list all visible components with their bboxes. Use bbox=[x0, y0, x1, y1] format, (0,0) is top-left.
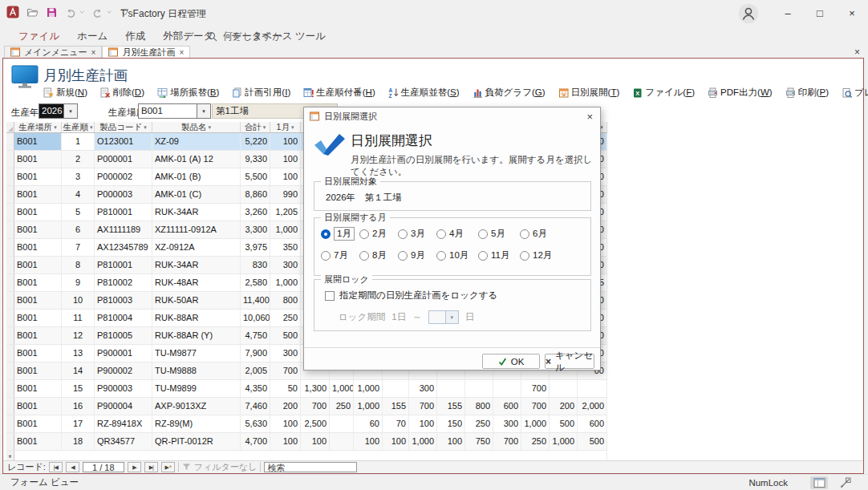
cell[interactable]: P810004 bbox=[95, 310, 152, 326]
cell[interactable]: 7 bbox=[62, 239, 95, 256]
cell[interactable]: 150 bbox=[437, 415, 465, 432]
ribbon-tab-1[interactable]: ファイル bbox=[10, 30, 68, 43]
cell[interactable]: RZ-89(M) bbox=[152, 415, 241, 432]
cell[interactable]: P810001 bbox=[95, 257, 152, 273]
cell[interactable]: B001 bbox=[14, 204, 62, 221]
cell[interactable] bbox=[437, 380, 465, 397]
cell[interactable]: 3,300 bbox=[241, 221, 270, 238]
cell[interactable] bbox=[330, 433, 354, 450]
row-selector[interactable] bbox=[6, 274, 14, 291]
table-row-15[interactable]: B00115P900003TU-M98994,350501,3001,0001,… bbox=[6, 380, 607, 398]
radio-icon[interactable] bbox=[398, 229, 408, 239]
row-selector[interactable] bbox=[6, 221, 14, 238]
radio-icon[interactable] bbox=[520, 251, 529, 261]
row-selector[interactable] bbox=[6, 327, 14, 344]
cell[interactable] bbox=[550, 380, 578, 397]
cell[interactable]: 990 bbox=[270, 186, 301, 203]
select-all-corner[interactable] bbox=[6, 122, 14, 132]
cell[interactable]: B001 bbox=[14, 133, 62, 150]
row-selector[interactable] bbox=[6, 415, 14, 432]
row-selector[interactable] bbox=[6, 310, 14, 326]
cell[interactable] bbox=[465, 380, 493, 397]
cell[interactable]: 1,000 bbox=[354, 398, 383, 415]
cell[interactable]: 3 bbox=[62, 168, 95, 185]
cell[interactable]: AMK-01 (A) 12 bbox=[152, 151, 241, 168]
lock-checkbox[interactable] bbox=[325, 291, 335, 301]
cell[interactable]: 2,580 bbox=[241, 274, 270, 291]
cell[interactable]: 100 bbox=[270, 168, 301, 185]
pdf-output-button[interactable]: PDF出力(W) bbox=[708, 87, 773, 99]
cell[interactable]: AMK-01 (B) bbox=[152, 168, 241, 185]
cell[interactable]: 1,000 bbox=[270, 221, 301, 238]
table-row-17[interactable]: B00117RZ-89418XRZ-89(M)5,6301002,5006070… bbox=[6, 415, 607, 433]
cell[interactable]: 5 bbox=[62, 204, 95, 221]
cell[interactable]: O123001 bbox=[95, 133, 152, 150]
cell[interactable]: P900001 bbox=[95, 345, 152, 362]
cell[interactable]: B001 bbox=[14, 345, 62, 362]
cell[interactable]: 250 bbox=[330, 398, 354, 415]
cell[interactable]: 350 bbox=[270, 239, 301, 256]
new-button[interactable]: 新規(N) bbox=[43, 87, 87, 99]
cell[interactable]: 100 bbox=[383, 433, 409, 450]
prev-record-button[interactable]: ◀ bbox=[66, 462, 79, 472]
cell[interactable]: RUK-34AR bbox=[152, 257, 241, 273]
row-selector[interactable] bbox=[6, 168, 14, 185]
cell[interactable]: XZ-09 bbox=[152, 133, 241, 150]
cell[interactable]: RUK-48AR bbox=[152, 274, 241, 291]
cell[interactable]: B001 bbox=[14, 380, 62, 397]
cell[interactable]: AX12345789 bbox=[95, 239, 152, 256]
cell[interactable]: 7,900 bbox=[241, 345, 270, 362]
cell[interactable]: 10 bbox=[62, 292, 95, 309]
cell[interactable]: 1,000 bbox=[354, 380, 383, 397]
cell[interactable]: TU-M9899 bbox=[152, 380, 241, 397]
cell[interactable]: 200 bbox=[550, 398, 578, 415]
table-row-18[interactable]: B00118QR34577QR-PIT-0012R4,7001001001001… bbox=[6, 433, 607, 451]
ribbon-tab-2[interactable]: ホーム bbox=[68, 30, 116, 43]
cell[interactable]: AX1111189 bbox=[95, 221, 152, 238]
column-filter-icon[interactable]: ▾ bbox=[208, 124, 211, 131]
cell[interactable]: 1,000 bbox=[330, 380, 354, 397]
row-selector[interactable] bbox=[6, 133, 14, 150]
month-radio-10[interactable]: 10月 bbox=[436, 249, 478, 261]
delete-button[interactable]: 削除(D) bbox=[100, 87, 144, 99]
plan-quote-button[interactable]: 計画引用(I) bbox=[232, 87, 290, 99]
form-view-icon[interactable] bbox=[810, 476, 828, 489]
cell[interactable]: 800 bbox=[270, 292, 301, 309]
table-row-16[interactable]: B00116P900004AXP-9013XZ7,4602007002501,0… bbox=[6, 398, 607, 415]
cell[interactable]: TU-M9888 bbox=[152, 362, 241, 379]
cell[interactable]: P900003 bbox=[95, 380, 152, 397]
cell[interactable]: 100 bbox=[270, 433, 301, 450]
row-selector[interactable] bbox=[6, 433, 14, 450]
column-header-5[interactable]: 合計▾ bbox=[241, 122, 270, 132]
ok-button[interactable]: OK bbox=[482, 354, 540, 369]
design-view-icon[interactable] bbox=[836, 476, 854, 489]
open-folder-icon[interactable] bbox=[26, 6, 39, 18]
month-radio-3[interactable]: 3月 bbox=[398, 228, 436, 240]
cell[interactable]: 17 bbox=[62, 415, 95, 432]
cell[interactable]: 100 bbox=[270, 133, 301, 150]
row-selector[interactable] bbox=[6, 398, 14, 415]
cell[interactable]: B001 bbox=[14, 310, 62, 326]
cell[interactable]: 1 bbox=[62, 133, 95, 150]
cell[interactable]: 3,260 bbox=[241, 204, 270, 221]
month-radio-6[interactable]: 6月 bbox=[520, 228, 562, 240]
row-selector[interactable] bbox=[6, 380, 14, 397]
month-radio-11[interactable]: 11月 bbox=[478, 249, 520, 261]
cell[interactable]: 4,750 bbox=[241, 327, 270, 344]
daily-expand-button[interactable]: 日別展開(T) bbox=[558, 87, 620, 99]
column-header-4[interactable]: 製品名▾ bbox=[152, 122, 241, 132]
cell[interactable]: 1,000 bbox=[521, 415, 550, 432]
cell[interactable]: 2 bbox=[62, 151, 95, 168]
chevron-down-icon[interactable]: ▾ bbox=[197, 104, 210, 118]
cell[interactable]: 100 bbox=[354, 433, 383, 450]
cell[interactable]: 250 bbox=[270, 310, 301, 326]
cell[interactable]: 1,000 bbox=[409, 433, 437, 450]
cell[interactable]: 11,400 bbox=[241, 292, 270, 309]
cell[interactable]: 8 bbox=[62, 257, 95, 273]
tabstrip-close-icon[interactable]: × bbox=[854, 47, 860, 58]
row-selector[interactable] bbox=[6, 239, 14, 256]
cell[interactable]: P810003 bbox=[95, 292, 152, 309]
print-button[interactable]: 印刷(P) bbox=[785, 87, 829, 99]
cell[interactable] bbox=[383, 380, 409, 397]
radio-icon[interactable] bbox=[478, 229, 488, 239]
